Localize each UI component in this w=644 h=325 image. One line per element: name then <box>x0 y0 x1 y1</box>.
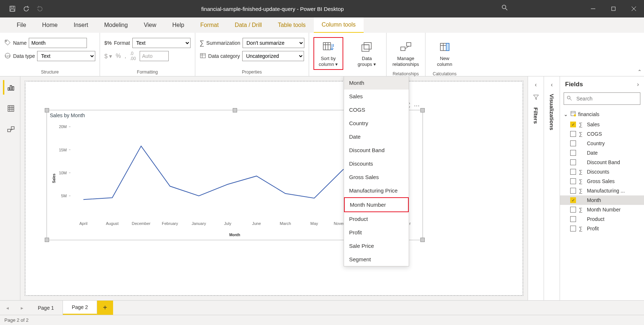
dropdown-item-gross-sales[interactable]: Gross Sales <box>344 170 409 184</box>
minimize-button[interactable] <box>583 0 603 17</box>
data-view-button[interactable] <box>3 101 17 116</box>
report-view-button[interactable] <box>3 80 17 95</box>
checkbox[interactable] <box>570 150 576 156</box>
ribbon-tab-modeling[interactable]: Modeling <box>96 17 136 33</box>
checkbox[interactable] <box>570 131 576 137</box>
ribbon-tab-format[interactable]: Format <box>192 17 227 33</box>
field-discounts[interactable]: ∑Discounts <box>560 167 644 177</box>
dropdown-item-date[interactable]: Date <box>344 130 409 143</box>
format-select[interactable]: Text <box>132 38 191 48</box>
dropdown-item-discounts[interactable]: Discounts <box>344 157 409 170</box>
close-button[interactable] <box>624 0 644 17</box>
decimal-icon[interactable]: .0.00 <box>130 51 136 61</box>
data-groups-button[interactable]: Data groups ▾ <box>352 37 382 70</box>
report-canvas[interactable]: ▽ ⛶ ⋯ Sales by Month Sales Month 5M10M15… <box>25 81 523 296</box>
checkbox[interactable]: ✓ <box>570 122 576 127</box>
ribbon-tab-help[interactable]: Help <box>164 17 192 33</box>
checkbox[interactable] <box>570 140 576 146</box>
field-name: Gross Sales <box>587 178 615 184</box>
field-country[interactable]: Country <box>560 139 644 148</box>
field-sales[interactable]: ✓∑Sales <box>560 120 644 129</box>
window-title: financial-sample-finished-update-query -… <box>44 6 501 12</box>
field-manufacturing-[interactable]: ∑Manufacturing ... <box>560 186 644 195</box>
ribbon-tab-home[interactable]: Home <box>34 17 66 33</box>
svg-text:July: July <box>224 221 231 226</box>
visualizations-pane-label: Visualizations <box>549 94 555 130</box>
sigma-icon: ∑ <box>579 207 584 213</box>
svg-text:123: 123 <box>5 55 10 58</box>
sigma-icon: ∑ <box>579 226 584 231</box>
field-month-number[interactable]: ∑Month Number <box>560 205 644 214</box>
name-input[interactable] <box>29 38 87 48</box>
ribbon-tab-view[interactable]: View <box>136 17 164 33</box>
comma-icon[interactable]: , <box>125 53 126 59</box>
manage-relationships-button[interactable]: Manage relationships <box>391 37 421 70</box>
percent-icon[interactable]: % <box>116 53 121 59</box>
ribbon-tab-column-tools[interactable]: Column tools <box>314 17 364 33</box>
dropdown-item-manufacturing-price[interactable]: Manufacturing Price <box>344 184 409 197</box>
field-product[interactable]: Product <box>560 214 644 224</box>
ribbon-group-groups: Data groups ▾ Groups <box>348 33 387 76</box>
dropdown-item-segment[interactable]: Segment <box>344 253 409 266</box>
checkbox[interactable] <box>570 188 576 194</box>
format-icon: $% <box>104 40 112 46</box>
ribbon-expand-icon[interactable]: ⌃ <box>637 69 642 75</box>
summarization-select[interactable]: Don't summarize <box>243 38 304 48</box>
undo-icon[interactable] <box>23 5 30 12</box>
dropdown-item-country[interactable]: Country <box>344 116 409 130</box>
dropdown-item-month[interactable]: Month <box>344 76 409 90</box>
ribbon-tab-insert[interactable]: Insert <box>65 17 96 33</box>
svg-rect-1 <box>11 6 13 8</box>
model-view-button[interactable] <box>3 122 17 137</box>
group-label-relationships: Relationships <box>391 70 421 76</box>
checkbox[interactable]: ✓ <box>570 197 576 203</box>
currency-icon[interactable]: $ ▾ <box>104 53 112 60</box>
page-prev-button[interactable]: ◂ <box>0 301 15 315</box>
new-column-button[interactable]: New column <box>430 37 460 70</box>
dropdown-item-month-number[interactable]: Month Number <box>344 197 409 212</box>
chevron-right-icon[interactable]: › <box>637 81 639 88</box>
field-discount-band[interactable]: Discount Band <box>560 158 644 167</box>
redo-icon[interactable] <box>36 5 44 12</box>
checkbox[interactable] <box>570 169 576 175</box>
dropdown-item-cogs[interactable]: COGS <box>344 103 409 116</box>
datacategory-select[interactable]: Uncategorized <box>242 51 304 61</box>
maximize-button[interactable] <box>603 0 624 17</box>
dropdown-item-profit[interactable]: Profit <box>344 226 409 239</box>
visual-more-icon[interactable]: ⋯ <box>414 102 420 109</box>
field-gross-sales[interactable]: ∑Gross Sales <box>560 177 644 186</box>
checkbox[interactable] <box>570 216 576 222</box>
ribbon-tab-table-tools[interactable]: Table tools <box>270 17 314 33</box>
save-icon[interactable] <box>9 5 16 12</box>
dropdown-item-discount-band[interactable]: Discount Band <box>344 143 409 157</box>
dropdown-item-sale-price[interactable]: Sale Price <box>344 239 409 253</box>
checkbox[interactable] <box>570 207 576 213</box>
sort-by-column-button[interactable]: Sort by column ▾ <box>313 37 343 70</box>
chevron-left-icon[interactable]: ‹ <box>535 82 537 88</box>
table-name: financials <box>578 111 599 117</box>
datatype-select[interactable]: Text <box>37 51 95 61</box>
ribbon-tab-data-drill[interactable]: Data / Drill <box>227 17 270 33</box>
fields-search-input[interactable] <box>564 92 640 105</box>
decimal-places-input[interactable] <box>140 51 169 61</box>
chevron-left-icon[interactable]: ‹ <box>551 82 553 88</box>
checkbox[interactable] <box>570 159 576 165</box>
page-tab-page-2[interactable]: Page 2 <box>63 301 97 315</box>
add-page-button[interactable]: + <box>97 301 113 315</box>
table-financials[interactable]: ⌄ financials <box>560 108 644 120</box>
search-icon[interactable] <box>501 4 510 13</box>
ribbon-tab-file[interactable]: File <box>9 17 34 33</box>
field-profit[interactable]: ∑Profit <box>560 224 644 233</box>
filters-pane-collapsed[interactable]: ‹ Filters <box>528 76 544 300</box>
field-month[interactable]: ✓Month <box>560 195 644 205</box>
dropdown-item-sales[interactable]: Sales <box>344 90 409 103</box>
page-next-button[interactable]: ▸ <box>15 301 29 315</box>
checkbox[interactable] <box>570 178 576 184</box>
page-tab-page-1[interactable]: Page 1 <box>29 301 63 315</box>
visualizations-pane-collapsed[interactable]: ‹ Visualizations <box>544 76 560 300</box>
field-cogs[interactable]: ∑COGS <box>560 129 644 139</box>
checkbox[interactable] <box>570 226 576 231</box>
field-date[interactable]: Date <box>560 148 644 158</box>
sort-icon <box>322 41 335 54</box>
dropdown-item-product[interactable]: Product <box>344 212 409 226</box>
